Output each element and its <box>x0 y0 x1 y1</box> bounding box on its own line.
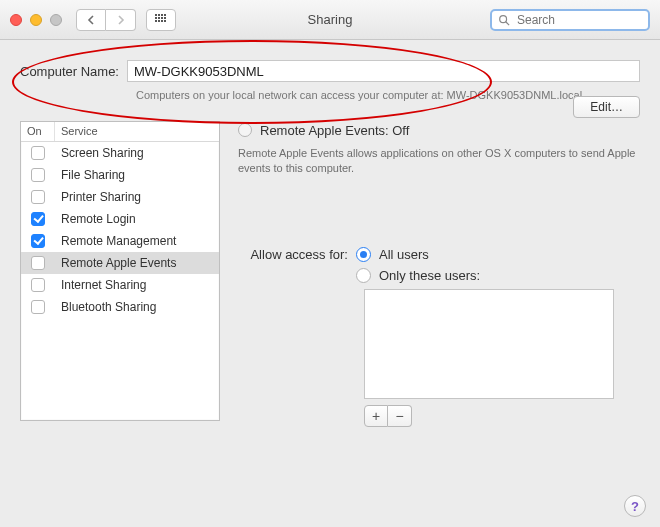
service-detail: Remote Apple Events: Off Remote Apple Ev… <box>238 121 640 427</box>
status-indicator-icon <box>238 123 252 137</box>
status-title: Remote Apple Events: Off <box>260 123 409 138</box>
service-checkbox[interactable] <box>31 278 45 292</box>
service-label: Screen Sharing <box>55 146 219 160</box>
svg-line-1 <box>506 22 509 25</box>
service-row[interactable]: Remote Apple Events <box>21 252 219 274</box>
computer-name-section: Computer Name: Computers on your local n… <box>0 40 660 103</box>
chevron-left-icon <box>87 15 95 25</box>
service-checkbox[interactable] <box>31 146 45 160</box>
forward-button[interactable] <box>106 9 136 31</box>
radio-only-these-users[interactable] <box>356 268 371 283</box>
service-row[interactable]: Printer Sharing <box>21 186 219 208</box>
computer-name-input[interactable] <box>127 60 640 82</box>
search-icon <box>498 14 510 26</box>
close-window-button[interactable] <box>10 14 22 26</box>
col-service-header[interactable]: Service <box>55 122 219 141</box>
access-section: Allow access for: All users Only these u… <box>238 247 640 427</box>
nav-buttons <box>76 9 136 31</box>
service-row[interactable]: Bluetooth Sharing <box>21 296 219 318</box>
services-body: Screen SharingFile SharingPrinter Sharin… <box>21 142 219 420</box>
service-checkbox[interactable] <box>31 168 45 182</box>
service-label: Printer Sharing <box>55 190 219 204</box>
search-field[interactable] <box>490 9 650 31</box>
remove-user-button[interactable]: − <box>388 405 412 427</box>
computer-name-label: Computer Name: <box>20 64 119 79</box>
services-header: On Service <box>21 122 219 142</box>
main-content: On Service Screen SharingFile SharingPri… <box>0 103 660 427</box>
service-checkbox[interactable] <box>31 256 45 270</box>
minimize-window-button[interactable] <box>30 14 42 26</box>
titlebar: Sharing <box>0 0 660 40</box>
service-label: Internet Sharing <box>55 278 219 292</box>
add-user-button[interactable]: + <box>364 405 388 427</box>
service-row[interactable]: Screen Sharing <box>21 142 219 164</box>
service-label: Remote Management <box>55 234 219 248</box>
opt-only-users-label: Only these users: <box>379 268 480 283</box>
computer-name-subtext: Computers on your local network can acce… <box>136 88 640 103</box>
back-button[interactable] <box>76 9 106 31</box>
grid-icon <box>155 14 167 26</box>
user-list-buttons: + − <box>364 405 640 427</box>
service-row[interactable]: File Sharing <box>21 164 219 186</box>
edit-button[interactable]: Edit… <box>573 96 640 118</box>
col-on-header[interactable]: On <box>21 122 55 141</box>
service-label: Remote Login <box>55 212 219 226</box>
service-label: File Sharing <box>55 168 219 182</box>
chevron-right-icon <box>117 15 125 25</box>
access-label: Allow access for: <box>238 247 348 262</box>
search-input[interactable] <box>515 12 642 28</box>
radio-all-users[interactable] <box>356 247 371 262</box>
zoom-window-button <box>50 14 62 26</box>
service-checkbox[interactable] <box>31 300 45 314</box>
allowed-users-list[interactable] <box>364 289 614 399</box>
svg-point-0 <box>500 16 507 23</box>
window-controls <box>10 14 62 26</box>
service-label: Remote Apple Events <box>55 256 219 270</box>
service-checkbox[interactable] <box>31 190 45 204</box>
service-row[interactable]: Internet Sharing <box>21 274 219 296</box>
status-description: Remote Apple Events allows applications … <box>238 146 640 177</box>
service-checkbox[interactable] <box>31 212 45 226</box>
help-button[interactable]: ? <box>624 495 646 517</box>
service-row[interactable]: Remote Login <box>21 208 219 230</box>
opt-all-users-label: All users <box>379 247 429 262</box>
service-checkbox[interactable] <box>31 234 45 248</box>
service-label: Bluetooth Sharing <box>55 300 219 314</box>
services-table: On Service Screen SharingFile SharingPri… <box>20 121 220 421</box>
service-row[interactable]: Remote Management <box>21 230 219 252</box>
show-all-button[interactable] <box>146 9 176 31</box>
